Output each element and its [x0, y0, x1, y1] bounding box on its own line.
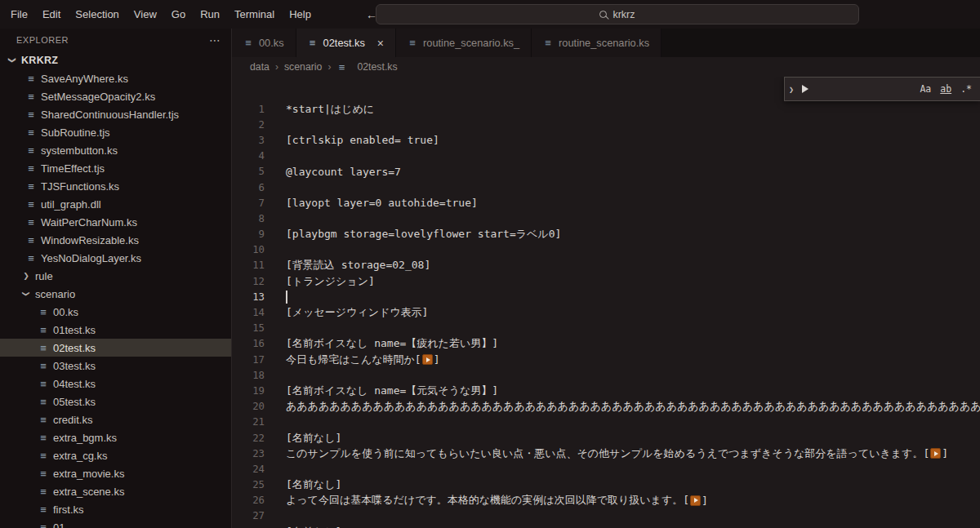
- line-number: 13: [232, 291, 265, 303]
- code-line[interactable]: 27: [232, 508, 980, 524]
- sidebar-item-05test-ks[interactable]: 05test.ks: [0, 393, 231, 410]
- breadcrumb-separator-icon: [275, 61, 278, 73]
- sidebar-item-tjsfunctions-ks[interactable]: TJSFunctions.ks: [0, 177, 231, 195]
- regex-toggle[interactable]: .*: [960, 83, 972, 95]
- code-line[interactable]: 5@laycount layers=7: [232, 164, 980, 180]
- line-number: 25: [232, 479, 265, 490]
- code-text: [トランジション]: [286, 274, 375, 289]
- code-line[interactable]: 1*start|はじめに: [232, 101, 980, 117]
- code-line[interactable]: 22[名前なし]: [232, 430, 980, 446]
- code-line[interactable]: 25[名前なし]: [232, 477, 980, 493]
- tab-close-icon[interactable]: [377, 38, 384, 49]
- sidebar-item-00-ks[interactable]: 00.ks: [0, 303, 231, 321]
- menu-go[interactable]: Go: [164, 0, 193, 29]
- menu-help[interactable]: Help: [282, 0, 318, 29]
- sidebar-item-yesnodialoglayer-ks[interactable]: YesNoDialogLayer.ks: [0, 249, 231, 267]
- sidebar-item-subroutine-tjs[interactable]: SubRoutine.tjs: [0, 123, 231, 141]
- menu-file[interactable]: File: [3, 0, 35, 29]
- code-line[interactable]: 15: [232, 321, 980, 336]
- code-text: [layopt layer=0 autohide=true]: [286, 197, 478, 209]
- sidebar-item-extra-scene-ks[interactable]: extra_scene.ks: [0, 482, 231, 500]
- code-line[interactable]: 24: [232, 461, 980, 477]
- sidebar-item-first-ks[interactable]: first.ks: [0, 500, 231, 518]
- breadcrumb-item[interactable]: scenario: [284, 61, 322, 73]
- code-line[interactable]: 19[名前ボイスなし name=【元気そうな男】]: [232, 383, 980, 398]
- sidebar-item-label: util_graph.dll: [41, 198, 101, 211]
- sidebar-item-01[interactable]: 01: [0, 518, 231, 528]
- menu-view[interactable]: View: [127, 0, 164, 29]
- menu-edit[interactable]: Edit: [35, 0, 68, 29]
- sidebar-item-rule[interactable]: rule: [0, 267, 231, 285]
- match-case-toggle[interactable]: Aa: [920, 83, 931, 95]
- find-input[interactable]: [808, 78, 920, 100]
- code-lines: 1*start|はじめに23[ctrlskip enabled= true]45…: [232, 101, 980, 528]
- sidebar-item-extra-movie-ks[interactable]: extra_movie.ks: [0, 464, 231, 482]
- code-editor[interactable]: Aaab.* 1*start|はじめに23[ctrlskip enabled= …: [232, 77, 980, 528]
- code-line[interactable]: 12[トランジション]: [232, 273, 980, 289]
- sidebar-item-label: SaveAnyWhere.ks: [41, 73, 128, 85]
- file-icon: [38, 342, 48, 354]
- sidebar-item-02test-ks[interactable]: 02test.ks: [0, 339, 231, 357]
- code-line[interactable]: 8: [232, 211, 980, 226]
- find-chevron-icon[interactable]: [785, 85, 798, 94]
- code-line[interactable]: 4: [232, 149, 980, 164]
- code-line[interactable]: 7[layopt layer=0 autohide=true]: [232, 195, 980, 211]
- code-line[interactable]: 26よって今回は基本喋るだけです。本格的な機能の実例は次回以降で取り扱います。[…: [232, 493, 980, 508]
- code-line[interactable]: 20ああああああああああああああああああああああああああああああああああああああ…: [232, 399, 980, 415]
- breadcrumb-item[interactable]: data: [250, 61, 270, 73]
- line-number: 20: [232, 401, 265, 412]
- sidebar-item-01test-ks[interactable]: 01test.ks: [0, 321, 231, 339]
- line-number: 5: [232, 166, 265, 177]
- code-line[interactable]: 2: [232, 117, 980, 132]
- menu-terminal[interactable]: Terminal: [227, 0, 282, 29]
- menu-run[interactable]: Run: [193, 0, 227, 29]
- code-line[interactable]: 28[名前なし]: [232, 524, 980, 528]
- breadcrumb-item[interactable]: 02test.ks: [357, 61, 397, 73]
- file-icon: [243, 37, 253, 49]
- sidebar-item-extra-bgm-ks[interactable]: extra_bgm.ks: [0, 428, 231, 446]
- sidebar-item-03test-ks[interactable]: 03test.ks: [0, 357, 231, 375]
- whole-word-toggle[interactable]: ab: [940, 83, 951, 95]
- sidebar-item-timeeffect-tjs[interactable]: TimeEffect.tjs: [0, 159, 231, 177]
- sidebar-item-04test-ks[interactable]: 04test.ks: [0, 375, 231, 393]
- tab-label: 00.ks: [259, 37, 284, 49]
- code-text: [名前なし]: [286, 477, 341, 492]
- find-play-icon[interactable]: [802, 85, 808, 93]
- code-line[interactable]: 6: [232, 180, 980, 195]
- code-line[interactable]: 10: [232, 242, 980, 258]
- menu-selection[interactable]: Selection: [68, 0, 126, 29]
- sidebar-item-credit-ks[interactable]: credit.ks: [0, 410, 231, 428]
- code-line[interactable]: 16[名前ボイスなし name=【疲れた若い男】]: [232, 336, 980, 352]
- sidebar-item-systembutton-ks[interactable]: systembutton.ks: [0, 141, 231, 159]
- tab-routine-scenario-ks[interactable]: routine_scenario.ks: [532, 29, 662, 57]
- sidebar-item-label: WindowResizable.ks: [41, 234, 139, 246]
- code-line[interactable]: 14[メッセージウィンドウ表示]: [232, 304, 980, 320]
- code-line[interactable]: 3[ctrlskip enabled= true]: [232, 132, 980, 148]
- code-line[interactable]: 13: [232, 289, 980, 304]
- file-icon: [26, 162, 36, 175]
- play-icon: [422, 354, 433, 365]
- code-line[interactable]: 23このサンプルを使う前に知ってもらいたい良い点・悪い点、その他サンプルを始める…: [232, 446, 980, 461]
- code-line[interactable]: 9[playbgm storage=lovelyflower start=ラベル…: [232, 227, 980, 242]
- line-number: 2: [232, 119, 265, 131]
- line-number: 3: [232, 135, 265, 146]
- sidebar-item-extra-cg-ks[interactable]: extra_cg.ks: [0, 446, 231, 464]
- command-center-search[interactable]: krkrz: [376, 4, 859, 24]
- tab-02test-ks[interactable]: 02test.ks: [296, 29, 396, 57]
- sidebar-item-label: extra_scene.ks: [53, 486, 124, 498]
- sidebar-item-krkrz[interactable]: KRKRZ: [0, 51, 231, 69]
- more-actions-icon[interactable]: [209, 33, 221, 47]
- sidebar-item-saveanywhere-ks[interactable]: SaveAnyWhere.ks: [0, 69, 231, 87]
- sidebar-item-waitpercharnum-ks[interactable]: WaitPerCharNum.ks: [0, 213, 231, 231]
- sidebar-item-windowresizable-ks[interactable]: WindowResizable.ks: [0, 231, 231, 249]
- code-line[interactable]: 21: [232, 415, 980, 430]
- code-line[interactable]: 18: [232, 367, 980, 383]
- tab-00-ks[interactable]: 00.ks: [232, 29, 296, 57]
- sidebar-item-setmessageopacity2-ks[interactable]: SetMessageOpacity2.ks: [0, 87, 231, 105]
- sidebar-item-sharedcontinuoushandler-tjs[interactable]: SharedContinuousHandler.tjs: [0, 105, 231, 123]
- code-line[interactable]: 11[背景読込 storage=02_08]: [232, 258, 980, 273]
- tab-routine-scenario-ks[interactable]: routine_scenario.ks_: [396, 29, 532, 57]
- sidebar-item-scenario[interactable]: scenario: [0, 285, 231, 303]
- sidebar-item-util-graph-dll[interactable]: util_graph.dll: [0, 195, 231, 213]
- code-line[interactable]: 17今日も帰宅はこんな時間か[]: [232, 352, 980, 367]
